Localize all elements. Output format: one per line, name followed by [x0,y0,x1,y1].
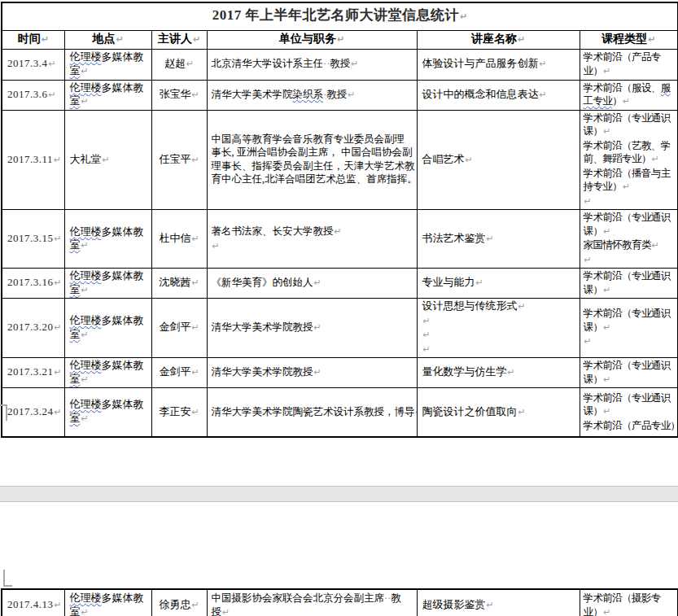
header-speaker[interactable]: 主讲人↵ [151,31,207,50]
cell-time[interactable]: 2017.3.24↵ [2,388,64,437]
header-lecture-name[interactable]: 讲座名称↵ [417,31,580,50]
paragraph-mark-icon: ↵ [475,277,483,288]
text-run: 《新华美育》的创始人 [212,277,313,288]
cell-time[interactable]: 2017.3.4↵ [2,49,64,80]
cell-speaker[interactable]: 徐勇忠↵ [151,589,207,616]
cell-time[interactable]: 2017.4.13↵ [2,589,64,616]
cell-course-type[interactable]: 学术前沿（服设、服工专业）↵ [580,80,678,110]
cell-unit-title[interactable]: 中国高等教育学会音乐教育专业委员会副理事长, 亚洲合唱协会副主席， 中国合唱协会… [207,110,417,210]
paragraph-mark-icon: ↵ [334,226,342,237]
text-run: 业） [584,606,603,616]
cell-location[interactable]: 伦理楼多媒体教室↵ [64,210,151,269]
doc-title-cell[interactable]: 2017 年上半年北艺名师大讲堂信息统计↵ [2,2,678,31]
text-line: 学术前沿（播音与主 [584,167,675,181]
text-run: 家国情怀教育类 [584,239,651,251]
cell-unit-title[interactable]: 清华大学美术学院教授↵ [207,299,417,358]
paragraph-mark-icon: ↵ [422,330,431,340]
paragraph-mark-icon: ↵ [54,600,62,610]
paragraph-mark-icon: ↵ [584,255,592,265]
text-line: 伦理楼多媒体教 [70,269,147,283]
cell-course-type[interactable]: 学术前沿（专业通识课）↵ [580,358,678,388]
cell-course-type[interactable]: 学术前沿（专业通识课）↵ [580,269,678,299]
cell-lecture-name[interactable]: 专业与能力↵ [417,269,580,299]
cell-unit-title[interactable]: 著名书法家、长安大学教授↵↵ [207,210,417,269]
paragraph-mark-icon: ↵ [190,407,199,417]
paragraph-mark-icon: ↵ [54,277,62,288]
cell-time[interactable]: 2017.3.11↵ [2,110,64,210]
cell-unit-title[interactable]: 中国摄影协会家联合会北京分会副主席··教授↵ [207,589,417,616]
text-run: 多媒体教 [102,314,144,326]
cell-lecture-name[interactable]: 书法艺术鉴赏↵ [417,210,580,269]
paragraph-mark-icon: ↵ [486,234,494,244]
text-line: 前、舞蹈专业）↵ [584,152,675,167]
paragraph-mark-icon: ↵ [507,367,515,378]
cell-unit-title[interactable]: 清华大学美术学院教授↵ [207,358,417,388]
paragraph-mark-icon: ↵ [313,277,322,288]
cell-speaker[interactable]: 沈晓茜↵ [151,269,207,299]
cell-location[interactable]: 伦理楼多媒体教室↵ [64,358,151,388]
cell-speaker[interactable]: 任宝平↵ [151,110,207,210]
cell-speaker[interactable]: 金剑平↵ [151,299,207,358]
paragraph-mark-icon: ↵ [102,155,110,165]
text-run: 育中心主任,北洋合唱团艺术总监、首席指挥。 [212,173,418,185]
cell-course-type[interactable]: 学术前沿（专业通识课）↵家国情怀教育类↵↵ [580,210,678,269]
text-run: 课） [584,125,603,137]
cell-lecture-name[interactable]: 超级摄影鉴赏↵ [417,589,580,616]
text-line: 工专业）↵ [584,94,675,109]
text-line: 中国摄影协会家联合会北京分会副主席··教 [212,592,413,605]
text-line: 理事长、指挥委员会副主任，天津大学艺术教 [212,159,413,173]
header-time[interactable]: 时间↵ [2,31,64,50]
cell-speaker[interactable]: 赵超↵ [151,49,207,80]
header-unit-title[interactable]: 单位与职务↵ [207,31,417,50]
text-line: 设计中的概念和信息表达↵ [422,88,575,103]
cell-speaker[interactable]: 张宝华↵ [151,80,207,110]
cell-lecture-name[interactable]: 量化数学与仿生学↵ [417,358,580,388]
cell-time[interactable]: 2017.3.15↵ [2,210,64,269]
text-line: 书法艺术鉴赏↵ [422,232,575,247]
cell-speaker[interactable]: 李正安↵ [151,388,207,437]
cell-lecture-name[interactable]: 体验设计与产品服务创新↵ [417,49,580,80]
cell-lecture-name[interactable]: 陶瓷设计之价值取向↵ [417,388,580,437]
cell-time[interactable]: 2017.3.20↵ [2,299,64,358]
cell-location[interactable]: 伦理楼多媒体教室↵ [64,49,151,80]
text-boundary-mark-icon [6,404,7,421]
cell-course-type[interactable]: 学术前沿（产品专业）↵ [580,49,678,80]
cell-unit-title[interactable]: 清华大学美术学院染织系·教授↵ [207,80,417,110]
spellcheck-underlined-text: 伦理楼 [70,359,102,371]
text-run: 学术前沿（专业通识 [584,112,671,124]
text-run: 杜中信 [159,232,190,244]
cell-location[interactable]: 大礼堂↵ [64,110,151,210]
cell-unit-title[interactable]: 《新华美育》的创始人↵ [207,269,417,299]
cell-location[interactable]: 伦理楼多媒体教室↵ [64,388,151,437]
cell-time[interactable]: 2017.3.21↵ [2,358,64,388]
text-line: 课）↵ [584,225,675,239]
paragraph-mark-icon: ↵ [602,322,610,333]
cell-time[interactable]: 2017.3.16↵ [2,269,64,299]
cell-lecture-name[interactable]: 设计思想与传统形式↵↵↵↵ [417,299,580,358]
text-line: 《新华美育》的创始人↵ [212,276,413,291]
header-location[interactable]: 地点↵ [64,31,151,50]
cell-location[interactable]: 伦理楼多媒体教室↵ [64,80,151,110]
cell-course-type[interactable]: 学术前沿（专业通识课）↵学术前沿（艺教、学前、舞蹈专业）↵学术前沿（播音与主持专… [580,110,678,210]
cell-location[interactable]: 伦理楼多媒体教室↵ [64,299,151,358]
cell-course-type[interactable]: 学术前沿（专业通识课）↵↵ [580,299,678,358]
cell-lecture-name[interactable]: 合唱艺术↵ [417,110,580,210]
cell-lecture-name[interactable]: 设计中的概念和信息表达↵ [417,80,580,110]
cell-location[interactable]: 伦理楼多媒体教室↵ [64,269,151,299]
cell-course-type[interactable]: 学术前沿（专业通识课）↵学术前沿（产品专业）↵ [580,388,678,437]
cell-time[interactable]: 2017.3.6↵ [2,80,64,110]
paragraph-mark-icon: ↵ [54,322,62,333]
cell-unit-title[interactable]: 清华大学美术学院陶瓷艺术设计系教授，博导↵ [207,388,417,437]
cell-course-type[interactable]: 学术前沿（摄影专业）↵ [580,589,678,616]
header-course-type[interactable]: 课程类型↵ [580,31,678,50]
paragraph-mark-icon: ↵ [347,90,355,100]
cell-location[interactable]: 伦理楼多媒体教室↵ [64,589,151,616]
text-line: 室↵ [70,412,147,426]
text-line: 合唱艺术↵ [422,153,575,168]
text-line: 李正安↵ [157,405,202,420]
cell-unit-title[interactable]: 北京清华大学设计系主任··教授↵ [207,49,417,80]
text-run: 大礼堂 [70,153,102,165]
header-label: 单位与职务 [279,33,336,45]
cell-speaker[interactable]: 杜中信↵ [151,210,207,269]
cell-speaker[interactable]: 金剑平↵ [151,358,207,388]
